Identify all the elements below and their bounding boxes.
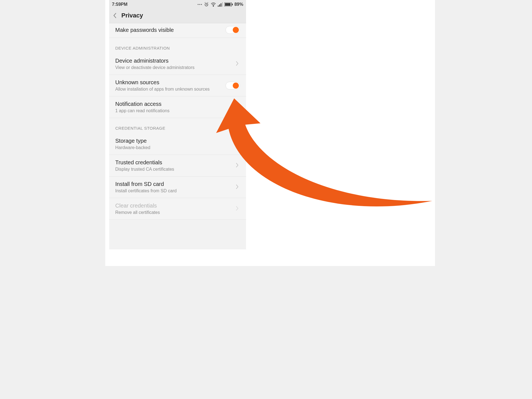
unknown-sources-toggle[interactable] [226, 82, 240, 89]
annotation-arrow-icon [216, 98, 432, 220]
chevron-right-icon [236, 184, 240, 191]
row-title: Unknown sources [115, 79, 222, 86]
chevron-right-icon [236, 61, 240, 67]
row-title: Trusted credentials [115, 159, 232, 166]
make-passwords-visible-toggle[interactable] [226, 26, 240, 34]
row-device-administrators[interactable]: Device administrators View or deactivate… [109, 53, 246, 75]
row-subtitle: Allow installation of apps from unknown … [115, 87, 222, 92]
svg-point-2 [201, 4, 202, 5]
status-time: 7:59PM [112, 2, 127, 7]
image-canvas: 7:59PM 89% [105, 0, 435, 266]
svg-point-0 [198, 4, 198, 5]
back-icon[interactable] [112, 12, 117, 19]
battery-icon [224, 2, 233, 6]
row-title: Make passwords visible [115, 27, 222, 33]
row-notification-access[interactable]: Notification access 1 app can read notif… [109, 96, 246, 118]
status-bar: 7:59PM 89% [109, 0, 246, 8]
row-make-passwords-visible[interactable]: Make passwords visible [109, 23, 246, 38]
svg-rect-8 [222, 2, 223, 7]
header-title: Privacy [121, 12, 143, 19]
signal-icon [218, 2, 223, 7]
wifi-icon [211, 2, 216, 7]
row-trusted-credentials[interactable]: Trusted credentials Display trusted CA c… [109, 155, 246, 177]
row-clear-credentials: Clear credentials Remove all certificate… [109, 198, 246, 220]
row-install-from-sd[interactable]: Install from SD card Install certificate… [109, 177, 246, 198]
phone-frame: 7:59PM 89% [109, 0, 246, 249]
row-title: Storage type [115, 138, 240, 144]
row-subtitle: 1 app can read notifications [115, 108, 240, 113]
svg-rect-6 [219, 4, 220, 7]
row-subtitle: Install certificates from SD card [115, 188, 232, 193]
svg-point-1 [199, 4, 200, 5]
row-title: Device administrators [115, 58, 232, 64]
app-header: Privacy [109, 8, 246, 23]
toggle-knob-icon [233, 83, 239, 89]
chevron-right-icon [236, 206, 240, 212]
status-right-cluster: 89% [197, 2, 243, 7]
svg-point-4 [213, 6, 214, 6]
svg-rect-10 [225, 3, 231, 6]
settings-list: Make passwords visible DEVICE ADMINISTRA… [109, 23, 246, 220]
svg-rect-7 [221, 3, 221, 7]
section-device-administration: DEVICE ADMINISTRATION [109, 38, 246, 53]
row-title: Install from SD card [115, 181, 232, 187]
row-storage-type[interactable]: Storage type Hardware-backed [109, 133, 246, 155]
row-subtitle: Remove all certificates [115, 210, 232, 215]
row-unknown-sources[interactable]: Unknown sources Allow installation of ap… [109, 75, 246, 96]
toggle-knob-icon [233, 27, 239, 33]
row-title: Notification access [115, 101, 240, 107]
svg-rect-5 [218, 6, 219, 7]
row-subtitle: View or deactivate device administrators [115, 65, 232, 70]
section-credential-storage: CREDENTIAL STORAGE [109, 118, 246, 133]
status-battery-text: 89% [234, 2, 243, 7]
svg-rect-11 [232, 4, 233, 5]
row-subtitle: Hardware-backed [115, 145, 240, 150]
more-dots-icon [197, 2, 202, 6]
row-title: Clear credentials [115, 203, 232, 209]
chevron-right-icon [236, 162, 240, 169]
alarm-icon [204, 2, 209, 7]
row-subtitle: Display trusted CA certificates [115, 167, 232, 172]
